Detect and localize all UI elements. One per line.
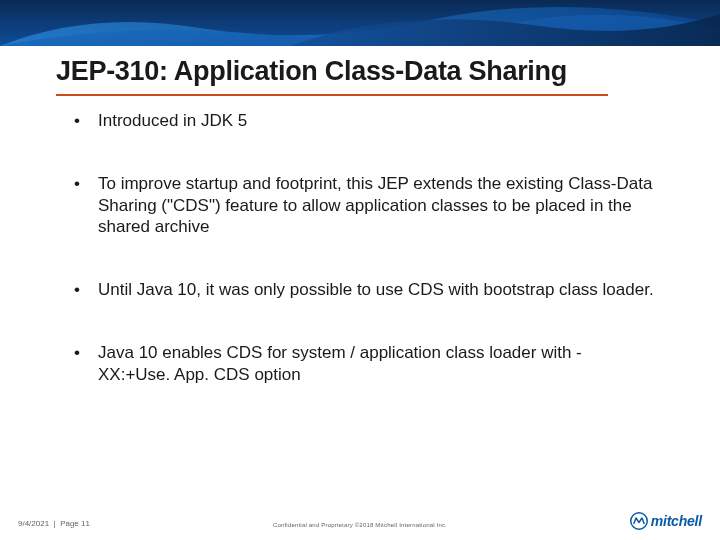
bullet-list: Introduced in JDK 5 To improve startup a… — [74, 110, 654, 427]
top-banner — [0, 0, 720, 46]
slide-title: JEP-310: Application Class-Data Sharing — [56, 56, 567, 87]
brand-logo: mitchell — [630, 512, 702, 530]
brand-name: mitchell — [651, 513, 702, 529]
bullet-item: Java 10 enables CDS for system / applica… — [74, 342, 654, 385]
footer: 9/4/2021 | Page 11 Confidential and Prop… — [0, 510, 720, 528]
bullet-item: Until Java 10, it was only possible to u… — [74, 279, 654, 300]
brand-mark-icon — [630, 512, 648, 530]
svg-point-1 — [630, 513, 647, 530]
slide: JEP-310: Application Class-Data Sharing … — [0, 0, 720, 540]
footer-confidential: Confidential and Proprietary ©2018 Mitch… — [0, 522, 720, 528]
title-underline — [56, 94, 608, 96]
banner-graphic — [0, 0, 720, 46]
bullet-item: Introduced in JDK 5 — [74, 110, 654, 131]
bullet-item: To improve startup and footprint, this J… — [74, 173, 654, 237]
